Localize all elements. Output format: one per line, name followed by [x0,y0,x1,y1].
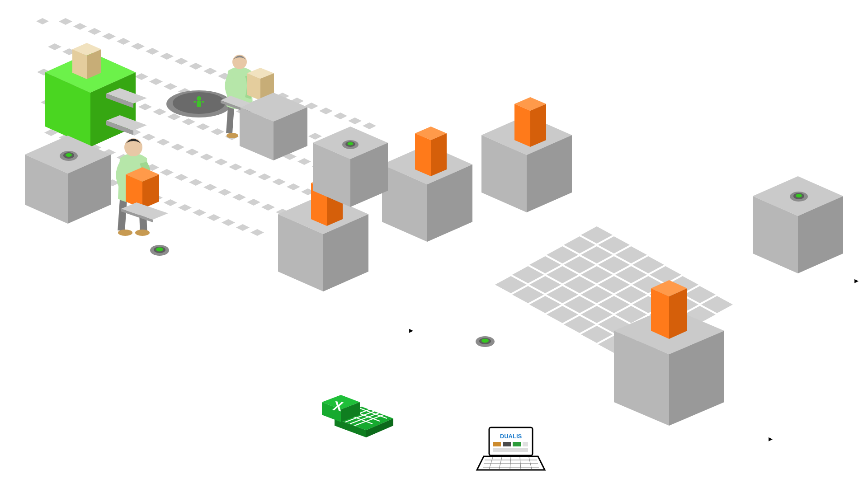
floor-path-tile [250,229,264,236]
svg-point-66 [348,142,354,145]
svg-point-29 [156,248,163,252]
floor-path-tile [348,117,362,124]
svg-rect-34 [193,101,196,103]
floor-path-tile [102,33,116,40]
floor-path-tile [232,194,246,201]
svg-point-16 [66,153,72,157]
svg-marker-59 [415,133,431,176]
floor-path-tile [189,63,203,70]
floor-path-tile [236,224,250,231]
svg-rect-114 [523,442,528,446]
floor-path-tile [153,108,166,115]
floor-path-tile [218,189,231,196]
simulation-3d-scene[interactable]: X DUALIS ▸ ▸ ▸ [0,0,868,488]
svg-rect-35 [202,101,204,103]
floor-path-tile [222,219,235,226]
orange-product-box[interactable] [511,97,550,156]
floor-path-tile [319,108,333,114]
floor-path-tile [175,58,188,65]
floor-green-button[interactable] [789,191,809,202]
beige-product-box[interactable] [69,43,105,88]
tray-icon [221,96,252,114]
svg-point-19 [118,230,132,236]
svg-point-75 [481,339,489,343]
floor-path-tile [203,184,217,191]
svg-rect-115 [493,448,528,452]
floor-path-tile [287,183,300,190]
floor-path-tile [185,149,199,155]
floor-path-tile [48,43,61,50]
control-laptop-icon[interactable]: DUALIS [475,425,547,479]
floor-path-tile [243,169,257,175]
nav-arrow[interactable]: ▸ [854,276,859,286]
floor-green-button[interactable] [475,335,495,348]
floor-path-tile [88,28,101,35]
orange-product-box[interactable] [646,280,692,348]
svg-marker-80 [651,288,669,339]
nav-arrow[interactable]: ▸ [769,434,773,444]
svg-point-32 [197,96,201,101]
floor-path-tile [200,154,213,160]
svg-point-20 [135,230,150,236]
nav-arrow[interactable]: ▸ [409,325,413,335]
laptop-brand-label: DUALIS [500,433,522,440]
floor-path-tile [171,144,184,150]
svg-point-87 [796,194,802,197]
floor-path-tile [214,159,228,165]
tray-icon [106,88,151,115]
svg-marker-71 [514,104,530,147]
floor-path-tile [175,174,188,181]
floor-path-tile [193,209,206,216]
floor-path-tile [160,53,174,60]
floor-green-button[interactable] [59,150,79,162]
floor-path-tile [272,178,286,185]
floor-path-tile [117,38,130,45]
svg-rect-113 [513,442,521,446]
excel-export-icon[interactable]: X [316,393,398,452]
svg-marker-81 [669,288,687,339]
tray-icon [121,202,171,223]
floor-path-tile [247,199,260,206]
floor-path-tile [146,48,159,55]
floor-path-tile [178,204,192,211]
floor-green-button[interactable] [149,244,170,257]
floor-path-tile [131,43,145,50]
svg-marker-60 [431,133,447,176]
svg-rect-33 [197,101,201,107]
floor-path-tile [73,23,87,30]
floor-path-tile [258,174,271,180]
floor-path-tile [189,179,203,186]
floor-path-tile [334,113,347,119]
floor-green-button[interactable] [341,139,359,150]
svg-rect-112 [503,442,511,446]
orange-product-box[interactable] [411,127,450,185]
svg-rect-111 [493,442,501,446]
floor-path-tile [59,18,72,25]
floor-path-tile [149,78,163,85]
svg-marker-72 [530,104,546,147]
floor-path-tile [207,214,221,221]
